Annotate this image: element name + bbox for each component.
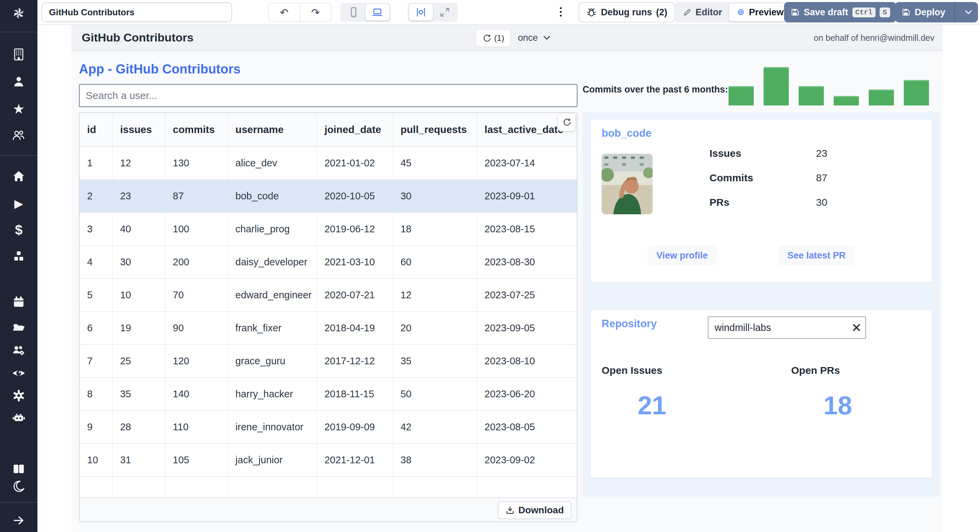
table-cell[interactable]: 23 — [112, 179, 165, 213]
table-cell[interactable]: 120 — [165, 345, 228, 378]
sidebar-item-members[interactable] — [12, 129, 25, 142]
fullscreen-button[interactable] — [433, 4, 457, 21]
deploy-button[interactable]: Deploy — [895, 2, 978, 22]
table-row[interactable]: 1031105jack_junior2021-12-01382023-09-02 — [80, 443, 577, 476]
table-cell[interactable]: 4 — [80, 246, 112, 279]
table-cell[interactable]: 45 — [393, 147, 477, 179]
table-cell[interactable]: charlie_prog — [228, 213, 317, 246]
table-cell[interactable]: 2017-12-12 — [317, 345, 393, 378]
table-cell[interactable]: 2023-08-05 — [477, 411, 577, 443]
sidebar-item-expand[interactable] — [12, 514, 25, 527]
view-profile-button[interactable]: View profile — [648, 246, 717, 265]
table-cell[interactable]: 3 — [80, 213, 112, 246]
table-cell[interactable]: 2023-08-10 — [477, 345, 577, 378]
table-cell[interactable]: 2023-08-15 — [477, 213, 577, 246]
column-header[interactable]: username — [228, 113, 317, 147]
table-cell[interactable]: 28 — [112, 411, 165, 443]
table-cell[interactable]: 2018-11-15 — [317, 378, 393, 411]
table-row[interactable]: 928110irene_innovator2019-09-09422023-08… — [80, 411, 577, 443]
sidebar-item-runs[interactable]: ▶ — [12, 197, 25, 210]
table-cell[interactable]: 19 — [112, 311, 165, 345]
table-cell[interactable]: irene_innovator — [228, 411, 317, 443]
table-cell[interactable]: 2021-03-10 — [317, 246, 393, 279]
table-row[interactable]: 112130alice_dev2021-01-02452023-07-14 — [80, 147, 577, 179]
table-cell[interactable]: 2023-08-30 — [477, 246, 577, 279]
more-options-button[interactable] — [559, 5, 563, 21]
desktop-view-button[interactable] — [366, 4, 389, 21]
clear-input-button[interactable] — [852, 323, 861, 332]
table-cell[interactable]: 25 — [112, 345, 165, 378]
table-cell[interactable]: 2019-06-12 — [317, 213, 393, 246]
redo-button[interactable]: ↷ — [300, 3, 331, 21]
table-cell[interactable]: 5 — [80, 279, 112, 311]
table-cell[interactable]: 18 — [393, 213, 477, 246]
preview-tab[interactable]: Preview — [729, 3, 791, 21]
table-cell[interactable]: 90 — [165, 311, 228, 345]
table-cell[interactable]: 2 — [80, 179, 112, 213]
sidebar-item-audit[interactable] — [12, 366, 25, 380]
sidebar-item-groups[interactable] — [12, 343, 25, 357]
table-cell[interactable]: 8 — [80, 378, 112, 411]
mobile-view-button[interactable] — [342, 4, 366, 21]
table-cell[interactable]: harry_hacker — [228, 378, 317, 411]
table-refresh-button[interactable] — [557, 113, 576, 131]
table-cell[interactable]: 2018-04-19 — [317, 311, 393, 345]
table-cell[interactable]: 7 — [80, 345, 112, 378]
sidebar-item-user[interactable] — [12, 75, 25, 89]
table-cell[interactable]: 42 — [393, 411, 477, 443]
repository-input[interactable] — [708, 316, 866, 339]
editor-tab[interactable]: Editor — [676, 3, 729, 21]
table-cell[interactable]: 2023-09-02 — [477, 443, 577, 476]
table-cell[interactable]: 35 — [393, 345, 477, 378]
table-cell[interactable]: 100 — [165, 213, 228, 246]
table-row[interactable]: 61990frank_fixer2018-04-19202023-09-05 — [80, 311, 577, 345]
table-row[interactable]: 430200daisy_developer2021-03-10602023-08… — [80, 246, 577, 279]
table-cell[interactable]: 70 — [165, 279, 228, 311]
table-cell[interactable]: 110 — [165, 411, 228, 443]
table-cell[interactable]: 2021-01-02 — [317, 147, 393, 179]
table-cell[interactable]: 2020-07-21 — [317, 279, 393, 311]
save-draft-button[interactable]: Save draft Ctrl S — [784, 2, 896, 22]
table-cell[interactable]: 105 — [165, 443, 228, 476]
debug-runs-button[interactable]: Debug runs (2) — [579, 2, 675, 22]
table-cell[interactable]: 2021-12-01 — [317, 443, 393, 476]
table-cell[interactable]: 1 — [80, 147, 112, 179]
column-header[interactable]: pull_requests — [393, 113, 477, 147]
table-cell[interactable]: 2023-09-05 — [477, 311, 577, 345]
table-cell[interactable]: 10 — [112, 279, 165, 311]
table-cell[interactable]: 20 — [393, 311, 477, 345]
column-header[interactable]: commits — [165, 113, 228, 147]
app-refresh-button[interactable]: (1) — [476, 29, 511, 47]
sidebar-item-settings[interactable] — [12, 389, 25, 402]
table-cell[interactable]: 2020-10-05 — [317, 179, 393, 213]
table-cell[interactable]: 2023-06-20 — [477, 378, 577, 411]
table-cell[interactable]: 30 — [393, 179, 477, 213]
table-cell[interactable]: bob_code — [228, 179, 317, 213]
table-cell[interactable]: 10 — [80, 443, 112, 476]
app-title-input[interactable] — [41, 2, 232, 22]
table-cell[interactable]: 12 — [393, 279, 477, 311]
table-cell[interactable]: grace_guru — [228, 345, 317, 378]
table-cell[interactable]: 2023-07-14 — [477, 147, 577, 179]
table-row[interactable]: 340100charlie_prog2019-06-12182023-08-15 — [80, 213, 577, 246]
download-button[interactable]: Download — [498, 501, 571, 519]
sidebar-item-workspace[interactable] — [12, 48, 25, 61]
sidebar-item-folders[interactable] — [12, 320, 25, 334]
column-header[interactable]: joined_date — [317, 113, 393, 147]
sidebar-item-docs[interactable] — [12, 462, 25, 476]
table-cell[interactable]: 2019-09-09 — [317, 411, 393, 443]
table-cell[interactable]: frank_fixer — [228, 311, 317, 345]
table-cell[interactable]: 130 — [165, 147, 228, 179]
table-cell[interactable]: jack_junior — [228, 443, 317, 476]
table-cell[interactable]: edward_engineer — [228, 279, 317, 311]
column-header[interactable]: issues — [112, 113, 165, 147]
table-cell[interactable]: 38 — [393, 443, 477, 476]
column-header[interactable]: id — [80, 113, 112, 147]
table-row[interactable]: 51070edward_engineer2020-07-21122023-07-… — [80, 279, 577, 311]
table-cell[interactable]: 35 — [112, 378, 165, 411]
schedule-select[interactable]: once — [518, 29, 551, 46]
table-cell[interactable]: 50 — [393, 378, 477, 411]
table-cell[interactable]: 9 — [80, 411, 112, 443]
table-cell[interactable]: 40 — [112, 213, 165, 246]
deploy-dropdown-button[interactable] — [959, 2, 978, 22]
